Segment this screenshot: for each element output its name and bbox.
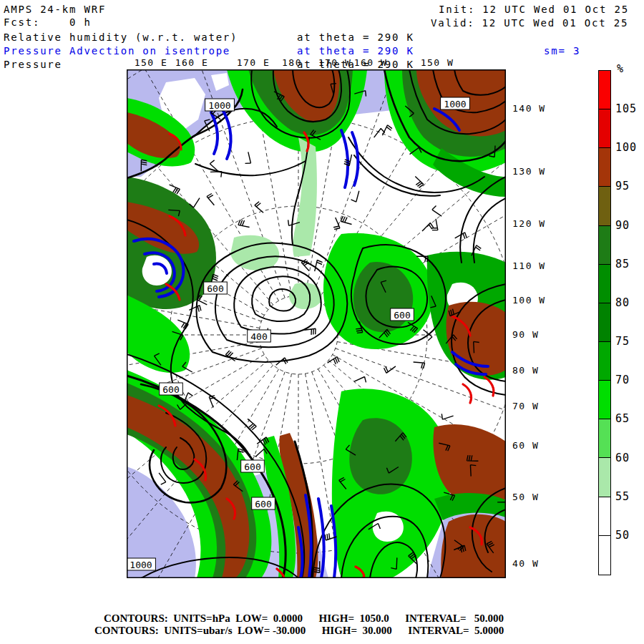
colorbar-tick-label: 60 (615, 452, 630, 464)
humidity-colorbar (598, 70, 611, 575)
colorbar-segment (599, 536, 610, 575)
meridian-label-right: 70 W (512, 401, 539, 411)
colorbar-segment (599, 381, 610, 419)
meridian-label-top: 170 W (318, 57, 352, 68)
contour-label: 1000 (130, 560, 152, 570)
meridian-label-right: 100 W (512, 295, 546, 306)
colorbar-segment (599, 497, 610, 536)
colorbar-tick-label: 70 (615, 374, 630, 386)
colorbar-tick-label: 95 (615, 180, 630, 192)
meridian-label-right: 80 W (512, 365, 539, 376)
meridian-label-right: 50 W (512, 492, 539, 502)
colorbar-tick-label: 65 (615, 412, 630, 425)
colorbar-tick-label: 90 (615, 219, 630, 232)
contour-label: 600 (244, 462, 260, 472)
meridian-label-right: 40 W (512, 558, 539, 569)
colorbar-tick-label: 80 (615, 296, 630, 309)
meridian-label-top: 150 E (135, 57, 168, 68)
contour-label: 1000 (444, 99, 466, 109)
map-plot: 100010006004006006006006001000 (127, 69, 506, 578)
contour-spec-pressure: CONTOURS: UNITS=hPa LOW= 0.0000 HIGH= 10… (104, 613, 504, 625)
right-meridian-labels: 140 W130 W120 W110 W100 W90 W80 W70 W60 … (512, 0, 570, 644)
contour-label: 600 (207, 283, 223, 294)
meridian-label-top: 160 E (175, 57, 209, 68)
colorbar-segment (599, 342, 610, 381)
colorbar-segment (599, 109, 610, 148)
colorbar-segment (599, 458, 610, 497)
contour-label: 600 (162, 384, 179, 395)
colorbar-tick-label: 55 (615, 490, 630, 503)
meridian-label-right: 140 W (512, 103, 546, 114)
field1-label: Relative humidity (w.r.t. water) (4, 31, 238, 43)
colorbar-segment (599, 419, 610, 458)
contour-label: 600 (255, 499, 271, 509)
colorbar-tick-label: 85 (615, 258, 630, 270)
colorbar-segment (599, 226, 610, 265)
map-panel: 100010006004006006006006001000 (127, 69, 506, 578)
model-title: AMPS 24-km WRF (4, 4, 106, 15)
colorbar-unit-label: % (617, 63, 625, 74)
meridian-label-right: 130 W (512, 166, 546, 177)
contour-spec-advection: CONTOURS: UNITS=ubar/s LOW= -30.000 HIGH… (94, 625, 504, 637)
meridian-label-right: 120 W (512, 218, 546, 229)
colorbar-tick-label: 50 (615, 529, 630, 542)
contour-label: 1000 (208, 100, 230, 111)
colorbar-tick-label: 105 (615, 102, 637, 115)
meridian-label-top: 180 (282, 57, 302, 68)
weather-chart-page: AMPS 24-km WRF Fcst: 0 h Relative humidi… (0, 0, 644, 644)
colorbar-segment (599, 187, 610, 225)
contour-label: 600 (394, 310, 410, 321)
meridian-label-right: 60 W (512, 440, 539, 451)
theta-annotation-1: at theta = 290 K (297, 31, 414, 43)
meridian-label-top: 150 W (421, 57, 454, 68)
theta-annotation-2: at theta = 290 K (297, 45, 414, 57)
meridian-label-top: 170 E (237, 57, 270, 68)
colorbar-tick-label: 75 (615, 335, 630, 348)
colorbar-segment (599, 148, 610, 187)
meridian-label-top: 160 W (354, 57, 388, 68)
colorbar-tick-label: 100 (615, 141, 637, 154)
colorbar-segment (599, 265, 610, 303)
forecast-hour: Fcst: 0 h (4, 16, 92, 28)
contour-label: 400 (250, 331, 267, 342)
meridian-label-right: 110 W (512, 260, 546, 271)
field2-label: Pressure Advection on isentrope (4, 45, 230, 57)
colorbar-segment (599, 71, 610, 109)
meridian-label-right: 90 W (512, 329, 539, 340)
colorbar-segment (599, 303, 610, 342)
